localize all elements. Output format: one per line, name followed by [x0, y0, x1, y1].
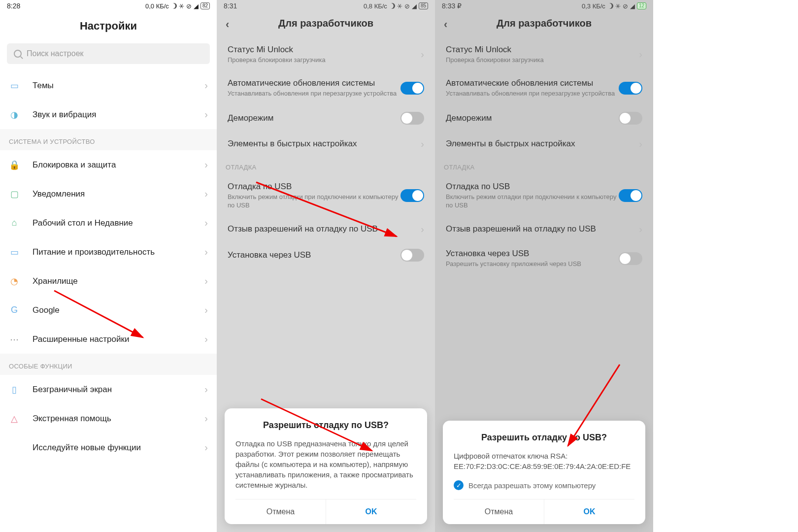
toggle-switch[interactable]: [400, 82, 424, 95]
toggle-switch[interactable]: [619, 189, 642, 202]
item-subtitle: Устанавливать обновления при перезагрузк…: [446, 90, 619, 98]
dev-item[interactable]: Отладка по USB Включить режим отладки пр…: [217, 175, 435, 217]
dev-item[interactable]: Отладка по USB Включить режим отладки пр…: [435, 175, 653, 217]
chevron-right-icon: ›: [204, 304, 208, 316]
settings-item[interactable]: G Google ›: [0, 296, 217, 325]
pane-settings: 8:28 0,0 КБ/с ⚹ ⊘ ◢ 82 Настройки Поиск н…: [0, 0, 217, 532]
toggle-switch[interactable]: [619, 252, 642, 265]
battery-icon: 85: [419, 2, 428, 9]
toggle-switch[interactable]: [619, 82, 642, 95]
dev-item[interactable]: Установка через USB Разрешить установку …: [435, 242, 653, 275]
item-label: Безграничный экран: [33, 385, 204, 395]
wifi-icon: ◢: [630, 2, 635, 10]
status-bar: 8:28 0,0 КБ/с ⚹ ⊘ ◢ 82: [0, 0, 217, 11]
themes-icon: ▭: [9, 80, 20, 91]
pane-developer-2: 8:33 ₽ 0,3 КБ/с ⚹ ⊘ ◢ 12 ‹ Для разработч…: [435, 0, 653, 532]
item-title: Автоматические обновления системы: [228, 78, 400, 88]
dnd-icon: [171, 3, 177, 9]
item-label: Расширенные настройки: [33, 334, 204, 344]
chevron-right-icon: ›: [204, 80, 208, 91]
dnd-icon: [389, 3, 395, 9]
status-time: 8:28: [7, 2, 20, 10]
dev-item[interactable]: Деморежим: [435, 105, 653, 132]
settings-item[interactable]: ▭ Питание и производительность ›: [0, 237, 217, 266]
dialog-usb-debug: Разрешить отладку по USB? Отладка по USB…: [225, 408, 427, 524]
google-icon: G: [9, 305, 20, 316]
ok-button[interactable]: OK: [544, 499, 634, 524]
item-label: Экстренная помощь: [33, 414, 204, 424]
status-bar: 8:33 ₽ 0,3 КБ/с ⚹ ⊘ ◢ 12: [435, 0, 653, 11]
dnd-icon: [607, 3, 613, 9]
item-title: Отладка по USB: [228, 182, 400, 192]
check-icon: ✓: [454, 480, 464, 490]
item-label: Google: [33, 305, 204, 315]
chevron-right-icon: ›: [204, 159, 208, 170]
item-label: Исследуйте новые функции: [33, 443, 204, 453]
toggle-switch[interactable]: [400, 189, 424, 202]
settings-item[interactable]: Исследуйте новые функции ›: [0, 433, 217, 462]
toggle-switch[interactable]: [400, 112, 424, 125]
bluetooth-icon: ⚹: [397, 2, 402, 10]
toggle-switch[interactable]: [400, 249, 424, 262]
dev-item[interactable]: Установка через USB: [217, 242, 435, 268]
alarm-icon: ⊘: [623, 2, 628, 10]
wifi-icon: ◢: [412, 2, 417, 10]
dev-item[interactable]: Отзыв разрешений на отладку по USB ›: [217, 217, 435, 242]
status-icons: 0,8 КБ/с ⚹ ⊘ ◢ 85: [364, 2, 428, 10]
dev-item[interactable]: Статус Mi Unlock Проверка блокировки заг…: [217, 38, 435, 71]
screen-icon: ▯: [9, 384, 20, 395]
battery-icon: 82: [200, 2, 210, 9]
status-icons: 0,0 КБ/с ⚹ ⊘ ◢ 82: [145, 2, 210, 10]
item-label: Питание и производительность: [33, 247, 204, 257]
item-title: Установка через USB: [228, 250, 400, 260]
item-title: Элементы в быстрых настройках: [446, 139, 639, 149]
status-time: 8:33 ₽: [442, 2, 462, 10]
cancel-button[interactable]: Отмена: [235, 499, 326, 524]
section-header: ОТЛАДКА: [435, 157, 653, 175]
item-title: Статус Mi Unlock: [446, 45, 639, 55]
search-placeholder: Поиск настроек: [27, 49, 84, 58]
settings-item[interactable]: ▭ Темы ›: [0, 71, 217, 100]
back-button[interactable]: ‹: [226, 18, 229, 31]
chevron-right-icon: ›: [639, 224, 642, 235]
dev-item[interactable]: Отзыв разрешений на отладку по USB ›: [435, 217, 653, 242]
dev-item[interactable]: Элементы в быстрых настройках ›: [435, 132, 653, 157]
settings-item[interactable]: △ Экстренная помощь ›: [0, 404, 217, 433]
item-title: Статус Mi Unlock: [228, 45, 421, 55]
dev-item[interactable]: Автоматические обновления системы Устана…: [217, 71, 435, 105]
page-title: ‹ Для разработчиков: [217, 11, 435, 38]
item-subtitle: Разрешить установку приложений через USB: [446, 260, 619, 268]
chevron-right-icon: ›: [421, 49, 424, 60]
back-button[interactable]: ‹: [444, 18, 447, 31]
settings-item[interactable]: ▯ Безграничный экран ›: [0, 375, 217, 404]
chevron-right-icon: ›: [204, 413, 208, 424]
item-subtitle: Устанавливать обновления при перезагрузк…: [228, 90, 400, 98]
dev-item[interactable]: Деморежим: [217, 105, 435, 132]
bluetooth-icon: ⚹: [615, 2, 621, 10]
section-header: ОТЛАДКА: [217, 157, 435, 175]
item-label: Звук и вибрация: [33, 110, 204, 120]
cancel-button[interactable]: Отмена: [454, 499, 544, 524]
always-allow-checkbox[interactable]: ✓ Всегда разрешать этому компьютеру: [454, 480, 634, 490]
dev-item[interactable]: Элементы в быстрых настройках ›: [217, 132, 435, 157]
sound-icon: ◑: [9, 109, 20, 120]
settings-item[interactable]: ◑ Звук и вибрация ›: [0, 100, 217, 129]
ok-button[interactable]: OK: [326, 499, 416, 524]
settings-item[interactable]: ▢ Уведомления ›: [0, 179, 217, 208]
dev-item[interactable]: Статус Mi Unlock Проверка блокировки заг…: [435, 38, 653, 71]
settings-item[interactable]: ◔ Хранилище ›: [0, 266, 217, 296]
dialog-title: Разрешить отладку по USB?: [235, 420, 416, 431]
chevron-right-icon: ›: [204, 333, 208, 345]
settings-item[interactable]: ⌂ Рабочий стол и Недавние ›: [0, 208, 217, 237]
search-input[interactable]: Поиск настроек: [7, 43, 210, 64]
storage-icon: ◔: [9, 276, 20, 287]
-icon: [9, 442, 20, 453]
toggle-switch[interactable]: [619, 112, 642, 125]
chevron-right-icon: ›: [639, 138, 642, 150]
item-title: Отзыв разрешений на отладку по USB: [228, 224, 421, 234]
chevron-right-icon: ›: [204, 188, 208, 200]
status-time: 8:31: [224, 2, 237, 10]
settings-item[interactable]: 🔒 Блокировка и защита ›: [0, 150, 217, 179]
dev-item[interactable]: Автоматические обновления системы Устана…: [435, 71, 653, 105]
settings-item[interactable]: ⋯ Расширенные настройки ›: [0, 325, 217, 354]
